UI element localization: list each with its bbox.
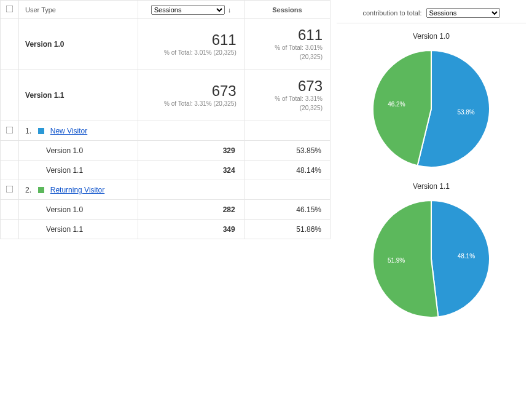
- row-checkbox[interactable]: [6, 185, 14, 193]
- data-table-panel: User Type Sessions ↓ Sessions: [0, 0, 331, 336]
- summary-label: Version 1.1: [19, 70, 138, 121]
- contribution-dropdown[interactable]: Sessions: [426, 8, 500, 18]
- select-all-checkbox[interactable]: [6, 6, 14, 13]
- summary-subtext: % of Total: 3.31% (20,325): [146, 100, 236, 108]
- table-header-row: User Type Sessions ↓ Sessions: [1, 1, 331, 19]
- pie-slice-label: 53.8%: [457, 109, 474, 116]
- version-label: Version 1.0: [19, 200, 138, 220]
- header-sessions-dropdown-cell: Sessions ↓: [138, 1, 244, 19]
- sessions-pct: 46.15%: [244, 200, 330, 220]
- pie-title: Version 1.0: [337, 32, 526, 41]
- header-user-type: User Type: [19, 1, 138, 19]
- table-row: Version 1.0 329 53.85%: [1, 141, 331, 161]
- summary-row: Version 1.1 673 % of Total: 3.31% (20,32…: [1, 70, 331, 121]
- summary-subtext: % of Total: 3.31%: [252, 95, 323, 103]
- sessions-pct: 51.86%: [244, 220, 330, 239]
- summary-subtext: (20,325): [252, 104, 323, 112]
- chart-panel: contribution to total: Sessions Version …: [331, 0, 532, 336]
- color-swatch-icon: [38, 128, 44, 134]
- table-row: Version 1.1 324 48.14%: [1, 161, 331, 180]
- header-checkbox-cell: [1, 1, 19, 19]
- category-row: 1. New Visitor: [1, 121, 331, 141]
- summary-value: 611: [146, 33, 236, 47]
- pie-chart: 48.1%51.9%: [367, 194, 496, 324]
- category-link[interactable]: New Visitor: [50, 127, 87, 135]
- sort-desc-icon[interactable]: ↓: [228, 6, 232, 14]
- pie-chart: 53.8%46.2%: [367, 44, 496, 173]
- sessions-value: 349: [138, 220, 244, 239]
- row-checkbox[interactable]: [6, 126, 14, 133]
- summary-subtext: (20,325): [252, 53, 323, 61]
- summary-subtext: % of Total: 3.01%: [252, 44, 323, 52]
- summary-subtext: % of Total: 3.01% (20,325): [146, 49, 236, 57]
- sessions-value: 282: [138, 200, 244, 220]
- sessions-value: 329: [138, 141, 244, 161]
- version-label: Version 1.1: [19, 220, 138, 239]
- metric-dropdown-1[interactable]: Sessions: [151, 5, 225, 15]
- summary-value: 611: [252, 28, 323, 42]
- table-row: Version 1.1 349 51.86%: [1, 220, 331, 239]
- category-index: 1.: [25, 127, 31, 135]
- pie-title: Version 1.1: [337, 182, 526, 191]
- contribution-label: contribution to total:: [362, 9, 421, 17]
- category-index: 2.: [25, 186, 31, 194]
- table-row: Version 1.0 282 46.15%: [1, 200, 331, 220]
- version-label: Version 1.0: [19, 141, 138, 161]
- table-body: Version 1.0 611 % of Total: 3.01% (20,32…: [1, 19, 331, 239]
- summary-value: 673: [146, 84, 236, 98]
- sessions-pct: 48.14%: [244, 161, 330, 180]
- summary-row: Version 1.0 611 % of Total: 3.01% (20,32…: [1, 19, 331, 70]
- summary-label: Version 1.0: [19, 19, 138, 70]
- data-table: User Type Sessions ↓ Sessions: [0, 0, 331, 239]
- sessions-pct: 53.85%: [244, 141, 330, 161]
- pie-slice-label: 46.2%: [388, 101, 405, 108]
- contribution-header: contribution to total: Sessions: [337, 5, 526, 23]
- pie-slice-label: 48.1%: [458, 253, 475, 260]
- header-sessions: Sessions: [244, 1, 330, 19]
- pie-slice-returning-visitor[interactable]: [373, 200, 438, 317]
- category-link[interactable]: Returning Visitor: [50, 186, 105, 194]
- summary-value: 673: [252, 79, 323, 93]
- pie-chart-block: Version 1.0 53.8%46.2%: [337, 32, 526, 173]
- category-row: 2. Returning Visitor: [1, 180, 331, 200]
- color-swatch-icon: [38, 187, 44, 193]
- version-label: Version 1.1: [19, 161, 138, 180]
- pie-slice-label: 51.9%: [388, 257, 405, 264]
- pie-chart-block: Version 1.1 48.1%51.9%: [337, 182, 526, 324]
- sessions-value: 324: [138, 161, 244, 180]
